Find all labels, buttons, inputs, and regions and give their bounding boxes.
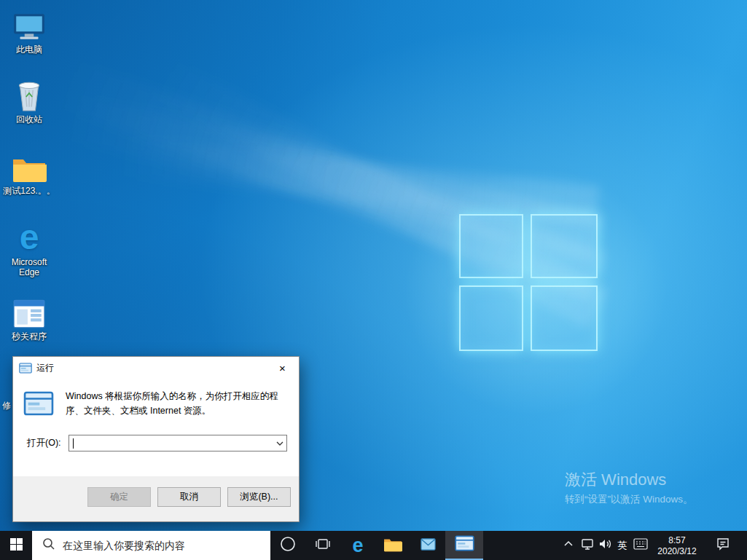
clock-date: 2020/3/12 <box>657 546 696 557</box>
run-icon-large <box>23 389 55 419</box>
task-view-button[interactable] <box>305 531 340 560</box>
windows-desktop: 此电脑 回收站 测试123.。。 e Microsoft Edge 秒关程序 修… <box>0 0 747 560</box>
open-input[interactable] <box>69 435 286 451</box>
open-combobox[interactable] <box>69 435 287 451</box>
ime-language-label: 英 <box>618 539 627 552</box>
folder-icon <box>3 147 55 184</box>
desktop-icon-test-folder[interactable]: 测试123.。。 <box>3 147 55 196</box>
keyboard-icon <box>633 538 648 553</box>
network-status[interactable] <box>579 531 596 560</box>
activation-title: 激活 Windows <box>565 470 693 489</box>
taskbar-clock[interactable]: 8:57 2020/3/12 <box>650 531 704 560</box>
desktop-icon-label: 回收站 <box>3 114 55 125</box>
windows-start-icon <box>10 538 23 553</box>
desktop-icon-label: 此电脑 <box>3 44 55 55</box>
edge-icon: e <box>3 218 55 255</box>
chevron-up-icon <box>563 539 574 552</box>
file-explorer-button[interactable] <box>375 531 410 560</box>
run-dialog-description: Windows 将根据你所输入的名称，为你打开相应的程序、文件夹、文档或 Int… <box>66 389 286 419</box>
edge-icon: e <box>352 536 363 556</box>
cortana-button[interactable] <box>270 531 305 560</box>
run-dialog: 运行 × Windows 将根据你所输入的名称，为你打开相应的程序、文件夹、文档… <box>12 356 300 522</box>
browse-button[interactable]: 浏览(B)... <box>227 487 291 507</box>
run-dialog-footer: 确定 取消 浏览(B)... <box>13 476 299 521</box>
chevron-down-icon[interactable] <box>273 435 286 451</box>
mail-icon <box>420 536 437 556</box>
desktop-icon-recycle-bin[interactable]: 回收站 <box>3 76 55 125</box>
this-pc-icon <box>3 6 55 42</box>
program-window-icon <box>3 293 55 329</box>
light-beam <box>30 127 599 226</box>
search-icon <box>42 537 55 553</box>
activation-watermark: 激活 Windows 转到“设置”以激活 Windows。 <box>565 470 693 506</box>
cortana-icon <box>280 536 296 555</box>
light-beam <box>73 17 609 329</box>
folder-icon <box>383 537 402 555</box>
taskbar-search-box[interactable] <box>32 531 270 560</box>
run-icon <box>455 535 474 554</box>
windows-logo-pane <box>531 285 598 351</box>
taskbar-run-button-active[interactable] <box>445 531 483 560</box>
task-view-icon <box>316 537 330 554</box>
desktop-icon-this-pc[interactable]: 此电脑 <box>3 6 55 55</box>
desktop-icon-partial-label[interactable]: 修 <box>2 400 11 412</box>
ime-language-indicator[interactable]: 英 <box>614 531 631 560</box>
close-icon: × <box>279 362 286 374</box>
desktop-icon-label: 秒关程序 <box>3 331 55 342</box>
taskbar-edge-button[interactable]: e <box>340 531 375 560</box>
ethernet-icon <box>580 537 595 554</box>
speaker-icon <box>598 537 612 554</box>
text-caret <box>73 438 74 449</box>
desktop-icon-label: 测试123.。。 <box>3 186 55 196</box>
action-center-button[interactable] <box>708 531 738 560</box>
windows-logo-pane <box>531 214 598 278</box>
ime-mode-button[interactable] <box>631 531 650 560</box>
windows-logo-pane <box>459 285 523 351</box>
start-button[interactable] <box>0 531 32 560</box>
clock-time: 8:57 <box>668 535 685 546</box>
activation-subtitle: 转到“设置”以激活 Windows。 <box>565 493 693 506</box>
notification-icon <box>716 537 730 554</box>
tray-show-hidden-icons[interactable] <box>560 531 577 560</box>
search-input[interactable] <box>63 540 270 551</box>
volume-status[interactable] <box>596 531 614 560</box>
run-dialog-title: 运行 <box>36 362 266 374</box>
run-dialog-titlebar[interactable]: 运行 × <box>13 357 299 379</box>
desktop-icon-label: Microsoft Edge <box>3 257 55 277</box>
mail-button[interactable] <box>410 531 445 560</box>
run-icon <box>19 363 32 374</box>
open-label: 打开(O): <box>27 437 61 449</box>
ok-button[interactable]: 确定 <box>87 487 151 507</box>
recycle-bin-icon <box>3 76 55 112</box>
cancel-button[interactable]: 取消 <box>157 487 221 507</box>
desktop-icon-program[interactable]: 秒关程序 <box>3 293 55 342</box>
desktop-icon-edge[interactable]: e Microsoft Edge <box>3 218 55 277</box>
windows-logo-pane <box>459 214 523 278</box>
taskbar: e <box>0 531 747 560</box>
close-button[interactable]: × <box>266 358 299 379</box>
